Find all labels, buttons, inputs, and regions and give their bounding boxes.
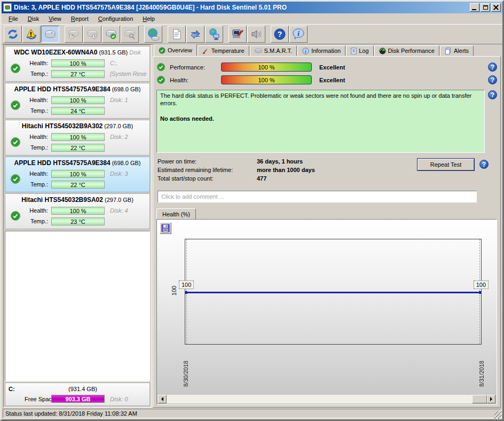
tab-label: Log xyxy=(359,48,368,54)
health-bar: 100 % xyxy=(51,96,105,104)
report-icon[interactable] xyxy=(168,26,186,43)
tab-alerts[interactable]: Alerts xyxy=(440,45,474,56)
disk-status-text: The hard disk status is PERFECT. Problem… xyxy=(156,90,485,153)
start-stop-count-label: Total start/stop count: xyxy=(158,175,257,182)
menu-help[interactable]: Help xyxy=(138,14,160,24)
y-axis-tick-label: 100 xyxy=(171,286,177,295)
temp-label: Temp.: xyxy=(25,218,51,224)
menu-configuration[interactable]: Configuration xyxy=(93,14,138,24)
toolbar: ? i xyxy=(2,24,502,44)
disk-item-2[interactable]: Hitachi HTS545032B9A302 (297.0 GB) Healt… xyxy=(5,120,150,155)
volume-size: (931.4 GB) xyxy=(41,386,125,392)
warning-refresh-icon[interactable] xyxy=(22,26,41,43)
health-ok-icon xyxy=(10,137,21,147)
sync-icon[interactable] xyxy=(186,26,204,43)
scroll-left-arrow-icon[interactable] xyxy=(158,395,167,403)
disk-item-0[interactable]: WDC WD10EZEX-60WN4A0 (931.5 GB) Disk Hea… xyxy=(5,46,150,82)
hard-disk-icon[interactable] xyxy=(41,26,59,43)
disk-item-4[interactable]: Hitachi HTS545032B9SA02 (297.0 GB) Healt… xyxy=(5,193,150,229)
tab-log[interactable]: Log xyxy=(346,45,373,56)
disk-note: Disk: 2 xyxy=(105,134,148,140)
network-disk-icon[interactable] xyxy=(144,26,162,43)
health-ok-icon xyxy=(10,100,21,111)
data-point xyxy=(479,291,482,294)
health-series-line xyxy=(185,292,481,293)
scrollbar-track[interactable] xyxy=(167,395,487,403)
overview-panel: Performance: 100 % Excellent Health: 100… xyxy=(153,56,501,408)
point-value-label: 100 xyxy=(179,280,194,289)
disk-item-1[interactable]: APPLE HDD HTS547575A9E384 (698.0 GB) Hea… xyxy=(5,83,150,119)
health-bar: 100 % xyxy=(51,59,105,67)
disk-clock-icon[interactable] xyxy=(83,26,101,43)
tab-information[interactable]: i Information xyxy=(297,45,345,56)
svg-text:?: ? xyxy=(278,30,282,38)
tab-smart[interactable]: S.M.A.R.T. xyxy=(250,45,297,56)
health-bar: 100 % xyxy=(51,170,105,178)
thermometer-icon xyxy=(202,48,209,54)
performance-label: Performance: xyxy=(170,64,221,71)
minimize-button[interactable] xyxy=(470,3,479,12)
disk-header: Hitachi HTS545032B9SA02 (297.0 GB) xyxy=(6,195,148,205)
tab-temperature[interactable]: Temperature xyxy=(198,45,249,56)
help-icon[interactable] xyxy=(488,75,497,84)
acoustic-icon[interactable] xyxy=(247,26,265,43)
temp-bar: 27 °C xyxy=(51,70,105,78)
disk-name: WDC WD10EZEX-60WN4A0 xyxy=(14,49,97,56)
close-button[interactable] xyxy=(491,3,501,12)
status-action: No actions needed. xyxy=(160,115,481,122)
temp-bar: 24 °C xyxy=(51,107,105,115)
refresh-icon[interactable] xyxy=(4,26,22,43)
disk-header: APPLE HDD HTS547575A9E384 (698.0 GB) xyxy=(6,158,148,168)
disk-search-icon[interactable] xyxy=(121,26,139,43)
volume-item-c[interactable]: C: (931.4 GB) Free Space 903.3 GB Disk: … xyxy=(5,383,150,406)
title-bar[interactable]: Disk: 3, APPLE HDD HTS547575A9E384 [J264… xyxy=(2,2,502,13)
tab-health-percent[interactable]: Health (%) xyxy=(156,208,196,220)
disk-item-3-selected[interactable]: APPLE HDD HTS547575A9E384 (698.0 GB) Hea… xyxy=(5,157,150,192)
menu-bar: File Disk View Report Configuration Help xyxy=(2,13,502,24)
status-bar: Status last updated: 8/31/2018 Friday 11… xyxy=(2,408,502,419)
disk-performance-icon[interactable] xyxy=(65,26,83,43)
scroll-right-arrow-icon[interactable] xyxy=(487,395,495,403)
help-icon[interactable] xyxy=(488,90,497,99)
help-icon[interactable] xyxy=(479,160,489,169)
remote-monitoring-icon[interactable] xyxy=(205,26,223,43)
power-on-time-value: 36 days, 1 hours xyxy=(257,158,303,165)
repeat-test-button[interactable]: Repeat Test xyxy=(417,158,475,171)
disk-list-empty-area xyxy=(5,231,150,381)
menu-file[interactable]: File xyxy=(4,14,23,24)
configuration-icon[interactable] xyxy=(229,26,247,43)
health-label: Health: xyxy=(25,170,51,177)
health-chart-panel: 100 100 100 8/30/2018 8/31/2018 xyxy=(156,219,497,405)
help-icon[interactable] xyxy=(488,63,497,72)
start-stop-count-value: 477 xyxy=(257,175,266,182)
disk-ok-icon[interactable] xyxy=(102,26,120,43)
menu-report[interactable]: Report xyxy=(66,14,93,24)
tab-disk-performance[interactable]: Disk Performance xyxy=(374,45,439,56)
chart-horizontal-scrollbar[interactable] xyxy=(158,395,495,403)
x-axis-label-left: 8/30/2018 xyxy=(183,348,189,387)
tab-label: Overview xyxy=(168,47,192,53)
smart-disk-icon xyxy=(255,48,262,54)
disk-size: (297.0 GB) xyxy=(105,197,133,203)
scrollbar-thumb[interactable] xyxy=(472,395,487,403)
info-icon[interactable]: i xyxy=(289,26,308,43)
health-label: Health: xyxy=(25,60,51,66)
tab-overview[interactable]: Overview xyxy=(154,44,197,56)
performance-rating: Excellent xyxy=(319,64,345,71)
save-chart-button[interactable] xyxy=(160,222,171,234)
resize-grip[interactable] xyxy=(494,411,502,419)
disk-name: Hitachi HTS545032B9SA02 xyxy=(21,196,103,204)
temp-label: Temp.: xyxy=(25,144,51,151)
disk-note: Disk: 1 xyxy=(105,97,148,103)
chart-tab-row: Health (%) xyxy=(156,208,498,219)
performance-row: Performance: 100 % Excellent xyxy=(156,63,497,72)
health-bar: 100 % xyxy=(51,133,105,141)
free-space-label: Free Space xyxy=(25,396,51,402)
health-ok-icon xyxy=(10,174,21,184)
maximize-button[interactable] xyxy=(481,3,490,12)
menu-disk[interactable]: Disk xyxy=(23,14,44,24)
help-icon[interactable]: ? xyxy=(271,26,289,43)
tab-label: Information xyxy=(311,48,341,54)
menu-view[interactable]: View xyxy=(44,14,66,24)
comment-input[interactable] xyxy=(158,191,477,202)
